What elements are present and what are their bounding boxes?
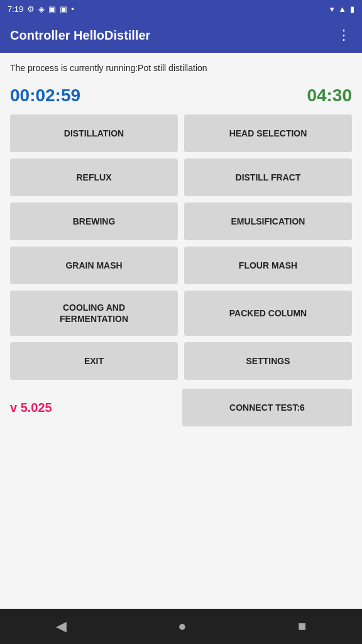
- distill-fract-button[interactable]: DISTILL FRACT: [184, 158, 352, 196]
- timer-countdown: 04:30: [307, 86, 352, 106]
- wifi-icon: ▾: [330, 4, 334, 14]
- menu-button[interactable]: ⋮: [337, 27, 352, 43]
- phone-icon: ◈: [38, 4, 45, 14]
- grain-mash-button[interactable]: GRAIN MASH: [10, 247, 178, 284]
- status-time: 7:19: [8, 4, 23, 14]
- status-bar-left: 7:19 ⚙ ◈ ▣ ▣ •: [8, 4, 74, 14]
- packed-column-button[interactable]: PACKED COLUMN: [184, 291, 352, 336]
- timer-elapsed: 00:02:59: [10, 86, 80, 106]
- distillation-button[interactable]: DISTILLATION: [10, 114, 178, 152]
- square-icon2: ▣: [60, 4, 67, 14]
- dot-icon: •: [71, 4, 74, 14]
- main-content: The process is currently running:Pot sti…: [0, 53, 362, 609]
- back-button[interactable]: ◀: [56, 618, 67, 635]
- nav-bar: ◀ ● ■: [0, 609, 362, 644]
- head-selection-button[interactable]: HEAD SELECTION: [184, 114, 352, 152]
- settings-button[interactable]: SETTINGS: [184, 342, 352, 380]
- signal-icon: ▲: [338, 4, 346, 14]
- connect-test-button[interactable]: CONNECT TEST:6: [182, 389, 352, 426]
- bottom-row: v 5.025 CONNECT TEST:6: [10, 389, 352, 426]
- recent-button[interactable]: ■: [298, 618, 306, 635]
- timers-row: 00:02:59 04:30: [10, 86, 352, 106]
- version-label: v 5.025: [10, 401, 52, 415]
- home-button[interactable]: ●: [178, 618, 186, 635]
- flour-mash-button[interactable]: FLOUR MASH: [184, 247, 352, 284]
- status-bar: 7:19 ⚙ ◈ ▣ ▣ • ▾ ▲ ▮: [0, 0, 362, 18]
- process-status: The process is currently running:Pot sti…: [10, 63, 352, 73]
- settings-icon: ⚙: [27, 4, 35, 14]
- brewing-button[interactable]: BREWING: [10, 203, 178, 240]
- app-title: Controller HelloDistiller: [10, 28, 150, 43]
- square-icon1: ▣: [48, 4, 56, 14]
- cooling-fermentation-button[interactable]: COOLING ANDFERMENTATION: [10, 291, 178, 336]
- status-bar-right: ▾ ▲ ▮: [330, 4, 354, 14]
- exit-button[interactable]: EXIT: [10, 342, 178, 380]
- app-bar: Controller HelloDistiller ⋮: [0, 18, 362, 53]
- button-grid: DISTILLATION HEAD SELECTION REFLUX DISTI…: [10, 114, 352, 380]
- emulsification-button[interactable]: EMULSIFICATION: [184, 203, 352, 240]
- reflux-button[interactable]: REFLUX: [10, 158, 178, 196]
- battery-icon: ▮: [350, 4, 354, 14]
